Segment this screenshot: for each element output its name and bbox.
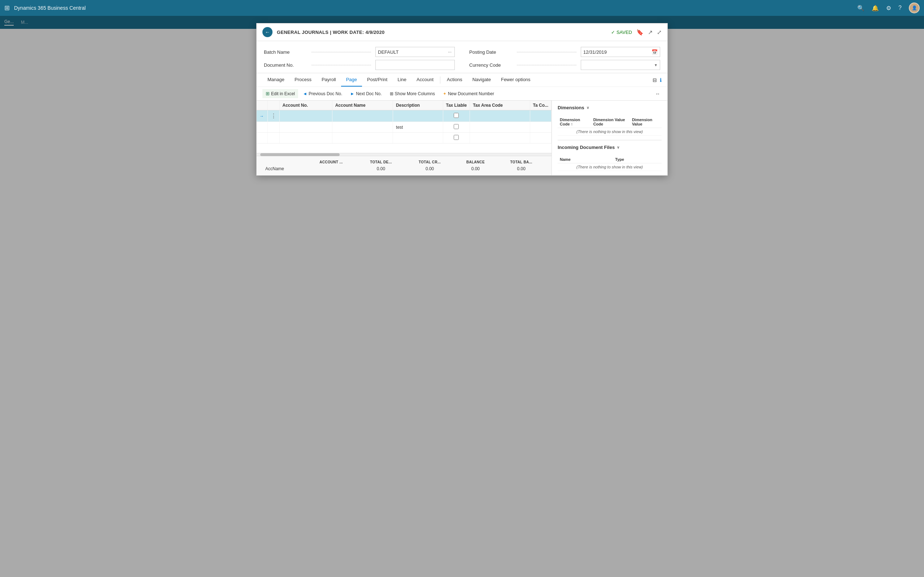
th-ta-co[interactable]: Ta Co... [530,101,551,110]
tab-fewer-options[interactable]: Fewer options [496,73,536,87]
edit-in-excel-button[interactable]: ⊞ Edit in Excel [262,89,298,98]
apps-menu-icon[interactable]: ⊞ [4,4,10,12]
previous-doc-button[interactable]: ◄ Previous Doc No. [300,89,346,98]
document-no-input[interactable] [375,60,455,70]
top-navigation: ⊞ Dynamics 365 Business Central 🔍 🔔 ⚙ ? … [0,0,924,16]
td-tax-liable[interactable] [443,122,470,133]
inc-th-name[interactable]: Name [558,156,613,163]
td-account-no[interactable] [279,122,332,133]
settings-icon[interactable]: ⚙ [886,5,891,11]
sum-td-balance: 0.00 [454,165,497,172]
bookmark-icon[interactable]: 🔖 [636,29,643,36]
th-description[interactable]: Description [393,101,443,110]
inc-th-type[interactable]: Type [613,156,662,163]
user-avatar[interactable]: 👤 [909,3,920,13]
checkmark-icon: ✓ [611,29,615,35]
next-doc-button[interactable]: ► Next Doc No. [347,89,385,98]
table-header-row: Account No. Account Name Description Tax… [257,101,551,110]
td-account-name[interactable] [332,133,393,143]
dim-th-value-code[interactable]: Dimension Value Code [591,116,630,128]
sum-td-acc-name: AccName [262,165,306,172]
help-icon[interactable]: ? [898,5,901,11]
tab-navigate[interactable]: Navigate [467,73,496,87]
tab-page[interactable]: Page [341,73,362,87]
modal-overlay: ← GENERAL JOURNALS | WORK DATE: 4/9/2020… [0,16,924,577]
td-dots[interactable] [267,133,279,143]
table-row[interactable]: test [257,122,551,133]
info-icon[interactable]: ℹ [660,77,662,83]
tab-actions[interactable]: Actions [442,73,467,87]
td-tax-liable[interactable] [443,133,470,143]
td-description[interactable] [393,133,443,143]
batch-name-dots [312,52,371,52]
td-dots[interactable]: ⋮ [267,110,279,122]
th-account-no[interactable]: Account No. [279,101,332,110]
td-dots[interactable] [267,122,279,133]
back-button[interactable]: ← [262,27,273,37]
currency-dropdown-icon[interactable]: ▼ [654,63,657,67]
th-account-name[interactable]: Account Name [332,101,393,110]
table-row[interactable]: → ⋮ [257,110,551,122]
new-document-number-button[interactable]: ✦ New Document Number [439,89,498,98]
excel-icon: ⊞ [266,91,270,96]
scroll-thumb[interactable] [260,153,340,156]
new-document-number-label: New Document Number [448,91,494,96]
td-account-no[interactable] [279,133,332,143]
sum-th-empty [262,159,306,165]
dimensions-chevron[interactable]: ∨ [586,106,589,110]
new-doc-star-icon: ✦ [443,91,446,96]
dim-th-code[interactable]: Dimension Code ↑ [558,116,591,128]
tab-manage[interactable]: Manage [262,73,289,87]
share-icon[interactable]: ↗ [648,29,653,36]
td-ta-co[interactable] [530,110,551,122]
prev-icon: ◄ [303,91,307,96]
batch-name-ellipsis[interactable]: ··· [448,49,452,55]
sum-td-total-cr: 0.00 [405,165,454,172]
tab-post-print[interactable]: Post/Print [362,73,393,87]
currency-code-input[interactable]: ▼ [581,60,660,70]
tab-line[interactable]: Line [393,73,412,87]
sum-th-total-ba: TOTAL BA... [497,159,546,165]
td-tax-area[interactable] [470,133,530,143]
calendar-icon[interactable]: 📅 [651,49,657,55]
incoming-files-chevron[interactable]: ∨ [617,145,619,149]
horizontal-scrollbar[interactable] [257,153,551,156]
td-ta-co[interactable] [530,122,551,133]
tab-payroll[interactable]: Payroll [317,73,341,87]
posting-date-input[interactable]: 12/31/2019 📅 [581,47,660,57]
search-icon[interactable]: 🔍 [857,5,864,11]
th-tax-liable[interactable]: Tax Liable [443,101,470,110]
td-account-name[interactable] [332,122,393,133]
summary-bar: ACCOUNT ... TOTAL DE... TOTAL CR... BALA… [257,156,551,175]
currency-code-label: Currency Code [469,62,512,68]
notifications-icon[interactable]: 🔔 [872,5,879,11]
table-row[interactable] [257,133,551,143]
td-account-name[interactable] [332,110,393,122]
tax-liable-checkbox[interactable] [454,135,459,140]
tab-account[interactable]: Account [412,73,439,87]
tax-liable-checkbox[interactable] [454,124,459,129]
batch-name-value: DEFAULT [378,49,399,55]
td-tax-liable[interactable] [443,110,470,122]
nav-icons: 🔍 🔔 ⚙ ? 👤 [857,3,920,13]
filter-icon[interactable]: ⊟ [653,77,657,83]
td-tax-area[interactable] [470,110,530,122]
show-more-columns-button[interactable]: ⊞ Show More Columns [386,89,438,98]
td-ta-co[interactable] [530,133,551,143]
tab-process[interactable]: Process [289,73,317,87]
actions-bar: ⊞ Edit in Excel ◄ Previous Doc No. ► Nex… [257,87,667,100]
currency-code-row: Currency Code ▼ [469,60,660,70]
td-account-no[interactable] [279,110,332,122]
td-description[interactable]: test [393,122,443,133]
tax-liable-checkbox[interactable] [454,113,459,118]
menu-tabs: Manage Process Payroll Page Post/Print L… [257,73,667,87]
batch-name-input[interactable]: DEFAULT ··· [375,47,455,57]
expand-icon[interactable]: ⤢ [657,29,662,36]
th-tax-area-code[interactable]: Tax Area Code [470,101,530,110]
resize-columns-icon[interactable]: ↔ [654,89,662,98]
dimensions-header-row: Dimension Code ↑ Dimension Value Code Di… [558,116,662,128]
dim-th-value[interactable]: Dimension Value [630,116,662,128]
td-tax-area[interactable] [470,122,530,133]
incoming-files-section-header: Incoming Document Files ∨ [558,145,662,152]
td-description[interactable] [393,110,443,122]
